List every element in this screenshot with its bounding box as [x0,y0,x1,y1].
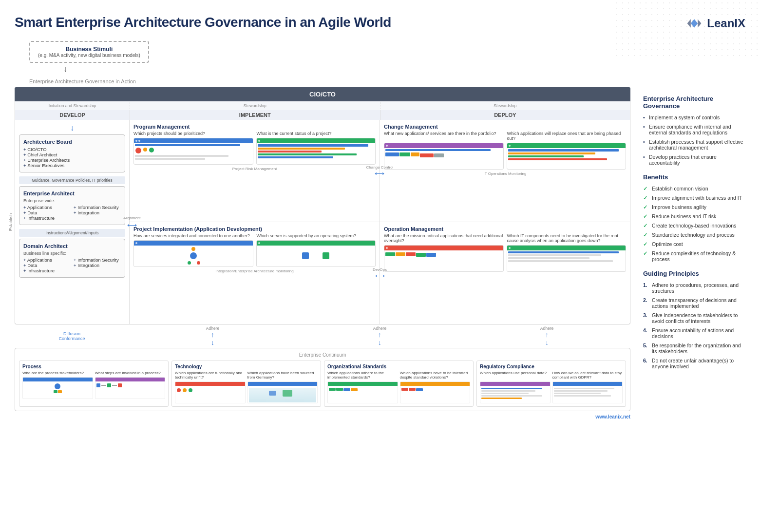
alignment-label: Alignment [123,215,141,220]
right-sidebar: Enterprise Architecture Governance Imple… [638,87,745,419]
program-q1: Which projects should be prioritized? [133,131,253,136]
domain-architect-box: Domain Architect Business line specific:… [19,239,125,278]
da-left-list: Applications Data Infrastructure [23,257,71,273]
process-title: Process [22,364,165,369]
program-q2: What is the current status of a project? [257,131,376,136]
stewardship-left: Initiation and Stewardship [15,102,130,109]
stimuli-box: Business Stimuli (e.g. M&A activity, new… [29,41,149,63]
continuum-label: Enterprise Continuum [19,352,626,358]
implement-label: Implement [130,110,380,120]
guiding-4: 4. Ensure accountability of actions and … [643,327,745,339]
process-q2: What steps are involved in a process? [95,371,166,375]
operation-screenshot-1 [384,245,504,272]
project-impl-title: Project Implementation (Application Deve… [133,226,376,232]
tech-q1: Which applications are functionally and … [175,371,246,380]
list-item: Integration [74,210,121,215]
implement-deploy-area: Program Management Which projects should… [130,120,630,324]
develop-label: Develop [15,110,130,120]
list-item: Data [23,263,71,268]
arch-board-list: CIO/CTO Chief Architect Enterprise Archi… [23,147,121,168]
conformance-label: Conformance [58,336,85,341]
change-control-label: Change Control [366,165,393,169]
program-mgmt-title: Program Management [133,124,376,130]
header: Smart Enterprise Architecture Governance… [15,15,745,32]
guiding-3: 3. Give independence to stakeholders to … [643,312,745,324]
benefit-8: Reduce complexities of technology & proc… [643,250,745,262]
benefits-title: Benefits [643,173,745,181]
operation-mgmt-title: Operation Management [384,226,626,232]
process-ss2 [95,377,166,399]
diagram-area: CIO/CTO Initiation and Stewardship Stewa… [15,87,630,419]
project-q2: Which server is supported by an operatin… [257,233,376,238]
program-screenshot-2 [256,138,376,165]
footer: www.leanix.net [15,414,630,419]
regulatory-ss2 [552,381,623,403]
regulatory-ss1 [480,381,551,403]
arch-board-box: Architecture Board CIO/CTO Chief Archite… [19,134,125,172]
guiding-6: 6. Do not create unfair advantage(s) to … [643,358,745,369]
benefit-3: Improve business agility [643,204,745,210]
cio-banner: CIO/CTO [15,87,630,101]
guidance-bar: Guidance, Governance Policies, IT priori… [19,176,125,184]
ea-right-list: Information Security Integration [74,205,121,215]
list-item: Information Security [74,205,121,210]
guiding-1: 1. Adhere to procedures, processes, and … [643,282,745,294]
svg-marker-1 [687,19,691,27]
org-ss1 [327,381,398,403]
benefit-4: Reduce business and IT risk [643,213,745,219]
stimuli-title: Business Stimuli [38,46,140,53]
benefit-1: Establish common vision [643,186,745,191]
develop-arrow: ↓ [19,124,125,133]
enterprise-architect-title: Enterprise Architect [23,190,121,196]
operation-screenshot-2 [507,245,627,272]
governance-item-3: Establish processes that support effecti… [643,139,745,151]
process-q1: Who are the process stakeholders? [22,371,93,375]
stewardship-middle: Stewardship [130,102,380,109]
benefit-5: Create technology-based innovations [643,223,745,228]
list-item: Infrastructure [23,268,71,273]
change-q2: Which applications will replace ones tha… [507,131,627,141]
adhere-3: Adhere ↑ ↓ [540,326,553,346]
org-q2: Which applications have to be tolerated … [400,371,471,380]
change-q1: What new applications/ services are ther… [384,131,503,141]
adhere-2: Adhere ↑ ↓ [373,326,386,346]
svg-marker-0 [691,19,698,27]
guiding-title: Guiding Principles [643,270,745,277]
list-item: Enterprise Architects [23,157,121,163]
arch-board-title: Architecture Board [23,139,121,145]
org-title: Organizational Standards [327,364,470,369]
guiding-5: 5. Be responsible for the organization a… [643,342,745,354]
project-impl-section: Project Implementation (Application Deve… [130,222,380,324]
alignment-connector: Alignment ⟷ [121,215,143,228]
benefit-7: Optimize cost [643,241,745,247]
leanix-logo-icon [685,15,703,32]
change-mgmt-title: Change Management [384,124,626,130]
governance-label: Enterprise Architecture Governance in Ac… [29,78,745,84]
svg-marker-2 [698,19,701,27]
list-item: Integration [74,263,121,268]
page-title: Smart Enterprise Architecture Governance… [15,15,391,30]
devops-connector: DevOps ⟷ [373,267,387,279]
logo-text: LeanIX [707,17,745,30]
content-area: CIO/CTO Initiation and Stewardship Stewa… [15,87,745,419]
devops-label: DevOps [373,267,387,271]
governance-item-2: Ensure compliance with internal and exte… [643,124,745,135]
operation-q1: What are the mission-critical applicatio… [384,233,503,243]
tech-q2: Which applications have been sourced fro… [247,371,318,380]
operation-q2: Which IT components need to be investiga… [507,233,627,243]
enterprise-continuum: Enterprise Continuum Process Who are the… [15,348,630,411]
list-item: Applications [23,205,71,210]
list-item: Information Security [74,257,121,263]
change-screenshot-2 [507,143,627,170]
bottom-sections-row: Process Who are the process stakeholders… [19,361,626,407]
down-arrow-icon: ↓ [63,65,67,74]
enterprise-subtitle: Enterprise-wide: [23,198,121,203]
ea-left-list: Applications Data Infrastructure [23,205,71,221]
guiding-2: 2. Create transparency of decisions and … [643,297,745,309]
tech-ss1 [175,381,246,403]
tech-ss2 [247,381,318,403]
adhere-row: Diffusion Conformance Adhere ↑ ↓ Adhere … [15,326,630,346]
benefit-2: Improve alignment with business and IT [643,195,745,201]
establish-label: Establish [8,213,13,231]
org-ss2 [400,381,471,403]
